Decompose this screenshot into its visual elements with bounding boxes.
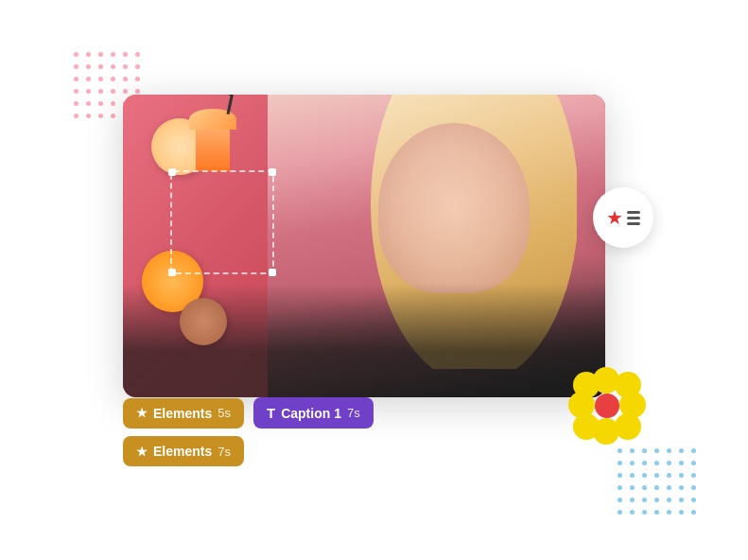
timeline-row-2: ★ Elements 7s <box>123 436 482 466</box>
elements-duration-2: 7s <box>217 445 231 459</box>
list-line-3 <box>627 222 640 225</box>
elements-star-icon: ★ <box>136 406 148 420</box>
elements-label-2: Elements <box>153 444 212 459</box>
caption-label-1: Caption 1 <box>281 406 341 421</box>
timeline-area: ★ Elements 5s T Caption 1 7s ★ Elements … <box>123 397 482 474</box>
petal-br <box>615 413 641 440</box>
list-line-1 <box>627 211 640 214</box>
petal-tr <box>615 372 641 398</box>
caption-duration-1: 7s <box>347 406 360 420</box>
face-tone <box>378 123 530 293</box>
star-icon: ★ <box>606 206 623 229</box>
food-cocktail <box>189 109 236 171</box>
flower-center <box>595 394 619 418</box>
chip-elements-1[interactable]: ★ Elements 5s <box>123 398 244 429</box>
decorative-dots-blue <box>618 448 696 522</box>
caption-text-icon: T <box>267 405 275 421</box>
elements-label-1: Elements <box>153 406 212 421</box>
badge-circle[interactable]: ★ <box>593 187 653 248</box>
badge-star-list: ★ <box>606 206 640 229</box>
chip-elements-2[interactable]: ★ Elements 7s <box>123 436 244 466</box>
flower-decoration <box>568 367 646 445</box>
elements-star-icon-2: ★ <box>136 445 148 459</box>
elements-duration-1: 5s <box>217 406 231 420</box>
list-line-2 <box>627 217 640 219</box>
petal-tl <box>573 372 600 398</box>
timeline-row-1: ★ Elements 5s T Caption 1 7s <box>123 397 482 429</box>
card-image <box>123 95 605 397</box>
video-card <box>123 95 605 397</box>
list-lines-icon <box>627 211 640 225</box>
food-donut <box>180 298 227 345</box>
petal-bl <box>573 413 600 440</box>
chip-caption-1[interactable]: T Caption 1 7s <box>253 397 374 429</box>
